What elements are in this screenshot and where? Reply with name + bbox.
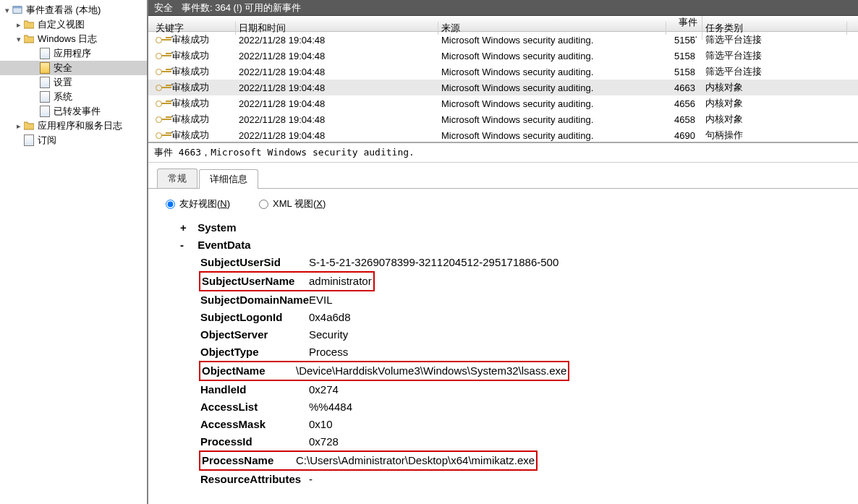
event-id: 4656 (666, 98, 702, 109)
tree-windows-logs[interactable]: ▾ Windows 日志 (0, 32, 147, 46)
event-id: 5156 (666, 35, 702, 46)
event-datetime: 2022/11/28 19:04:48 (236, 114, 438, 125)
system-node[interactable]: + System (180, 219, 839, 236)
tree-log-system[interactable]: 系统 (0, 90, 147, 104)
field-value: administrator (309, 273, 372, 290)
event-data-field: AccessList%%4484 (180, 398, 839, 416)
key-icon (156, 84, 167, 91)
event-row[interactable]: 审核成功2022/11/28 19:04:48Microsoft Windows… (148, 80, 858, 95)
event-data-field: ResourceAttributes- (180, 471, 839, 488)
tab-general[interactable]: 常规 (157, 168, 197, 188)
event-source: Microsoft Windows security auditing. (438, 51, 666, 61)
detail-title: 事件 4663，Microsoft Windows security audit… (148, 143, 858, 163)
event-keyword: 审核成功 (171, 65, 209, 78)
key-icon (156, 52, 167, 59)
plus-icon: + (180, 219, 189, 236)
radio-friendly-view[interactable]: 友好视图(N) (166, 197, 230, 210)
tree-log-forwarded[interactable]: 已转发事件 (0, 104, 147, 119)
event-data-field: AccessMask0x10 (180, 416, 839, 433)
event-row[interactable]: 审核成功2022/11/28 19:04:48Microsoft Windows… (148, 32, 858, 48)
field-value: - (309, 471, 313, 488)
field-key: SubjectUserName (202, 273, 309, 290)
event-row[interactable]: 审核成功2022/11/28 19:04:48Microsoft Windows… (148, 111, 858, 127)
key-icon (156, 36, 167, 43)
event-source: Microsoft Windows security auditing. (438, 67, 666, 77)
event-datetime: 2022/11/28 19:04:48 (236, 82, 438, 93)
field-value: 0x274 (309, 381, 339, 398)
chevron-right-icon: ▸ (14, 20, 23, 30)
tree-root-label: 事件查看器 (本地) (26, 4, 101, 17)
radio-xml-input[interactable] (259, 200, 268, 209)
event-list: 关键字 日期和时间 来源 事件 ... 任务类别 审核成功2022/11/28 … (148, 16, 858, 142)
field-value: 0x10 (309, 416, 333, 433)
event-datetime: 2022/11/28 19:04:48 (236, 67, 438, 77)
log-icon (39, 106, 51, 117)
col-keyword[interactable]: 关键字 (153, 22, 236, 35)
event-keyword: 审核成功 (171, 129, 209, 142)
key-icon (156, 116, 167, 123)
field-key: AccessList (200, 398, 309, 416)
highlight-box: SubjectUserNameadministrator (199, 271, 375, 291)
field-value: S-1-5-21-3269078399-3211204512-295171886… (309, 254, 558, 271)
event-keyword: 审核成功 (171, 33, 209, 46)
header-count: 事件数: 364 (!) 可用的新事件 (182, 1, 301, 14)
event-id: 4663 (666, 82, 702, 93)
event-id: 4690 (666, 130, 702, 141)
tree-log-security[interactable]: 安全 (0, 61, 147, 75)
key-icon (156, 100, 167, 107)
event-data-tree: + System - EventData SubjectUserSidS-1-5… (148, 215, 858, 504)
radio-friendly-input[interactable] (166, 200, 175, 209)
event-id: 5158 (666, 51, 702, 61)
event-source: Microsoft Windows security auditing. (438, 82, 666, 93)
log-icon (39, 77, 51, 88)
event-category: 筛选平台连接 (702, 65, 847, 78)
event-viewer-icon (12, 4, 23, 16)
event-data-field: ProcessId0x728 (180, 433, 839, 450)
event-category: 筛选平台连接 (702, 33, 847, 46)
folder-icon (23, 33, 35, 45)
tree-root[interactable]: ▾ 事件查看器 (本地) (0, 3, 147, 17)
chevron-down-icon: ▾ (3, 6, 12, 15)
folder-icon (23, 19, 35, 30)
event-source: Microsoft Windows security auditing. (438, 98, 666, 109)
tab-details[interactable]: 详细信息 (199, 169, 258, 189)
detail-tabs: 常规 详细信息 (148, 163, 858, 189)
event-id: 5158 (666, 67, 702, 77)
view-mode-row: 友好视图(N) XML 视图(X) (148, 189, 858, 215)
event-row[interactable]: 审核成功2022/11/28 19:04:48Microsoft Windows… (148, 127, 858, 142)
field-key: ObjectName (202, 362, 296, 380)
event-data-field: HandleId0x274 (180, 381, 839, 398)
event-data-field: SubjectUserNameadministrator (180, 271, 839, 291)
tree-app-service-logs[interactable]: ▸ 应用程序和服务日志 (0, 119, 147, 133)
col-datetime[interactable]: 日期和时间 (236, 22, 438, 35)
event-source: Microsoft Windows security auditing. (438, 114, 666, 125)
field-key: ProcessName (202, 452, 296, 469)
event-data-field: SubjectLogonId0x4a6d8 (180, 309, 839, 326)
event-data-field: SubjectDomainNameEVIL (180, 291, 839, 309)
field-key: SubjectUserSid (200, 254, 309, 271)
key-icon (156, 132, 167, 139)
col-category[interactable]: 任务类别 (702, 22, 847, 35)
col-source[interactable]: 来源 (438, 22, 666, 35)
field-value: %%4484 (309, 398, 352, 416)
radio-xml-view[interactable]: XML 视图(X) (259, 197, 326, 210)
field-key: HandleId (200, 381, 309, 398)
event-row[interactable]: 审核成功2022/11/28 19:04:48Microsoft Windows… (148, 95, 858, 111)
event-row[interactable]: 审核成功2022/11/28 19:04:48Microsoft Windows… (148, 64, 858, 80)
field-value: Process (309, 343, 348, 361)
tree-subscriptions[interactable]: 订阅 (0, 133, 147, 148)
event-datetime: 2022/11/28 19:04:48 (236, 130, 438, 141)
subscriptions-icon (23, 134, 35, 146)
tree-item-label: 设置 (54, 76, 72, 89)
event-row[interactable]: 审核成功2022/11/28 19:04:48Microsoft Windows… (148, 48, 858, 64)
minus-icon: - (180, 236, 189, 254)
tree-log-application[interactable]: 应用程序 (0, 46, 147, 61)
tree-log-setup[interactable]: 设置 (0, 75, 147, 90)
key-icon (156, 68, 167, 75)
eventdata-node[interactable]: - EventData (180, 236, 839, 254)
field-value: Security (309, 326, 348, 343)
event-data-field: ObjectName\Device\HarddiskVolume3\Window… (180, 361, 839, 381)
field-key: AccessMask (200, 416, 309, 433)
tree-custom-views[interactable]: ▸ 自定义视图 (0, 17, 147, 32)
highlight-box: ProcessNameC:\Users\Administrator\Deskto… (199, 450, 538, 471)
